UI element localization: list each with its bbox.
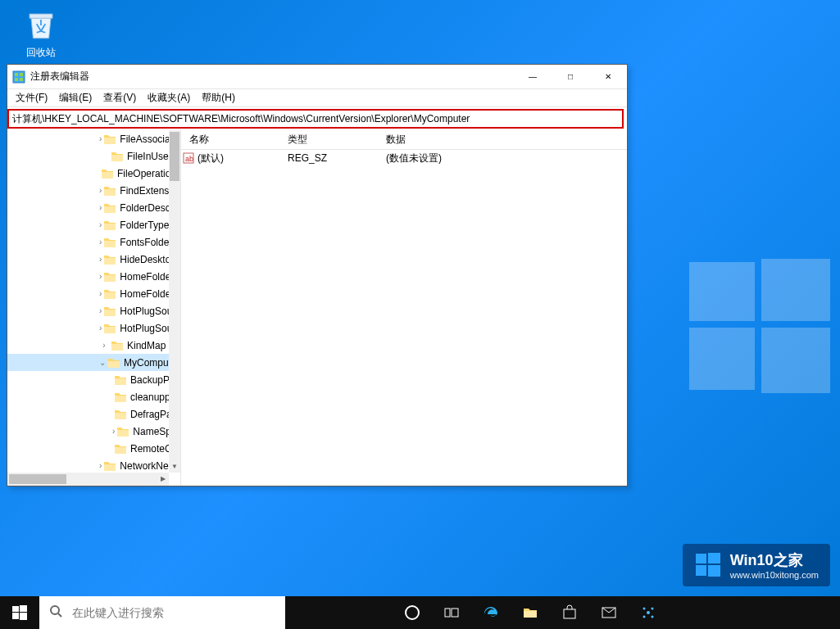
svg-rect-24 [115, 378, 126, 385]
tree-item-label: HotPlugSounds [120, 305, 169, 317]
tree-item-label: FolderTypes [120, 219, 169, 231]
tree-item-label: HomeFolderDesktop [120, 288, 169, 300]
file-explorer-icon[interactable] [511, 596, 550, 629]
store-icon[interactable] [550, 596, 589, 629]
tree-item[interactable]: ›HomeFolder [7, 268, 169, 285]
titlebar[interactable]: 注册表编辑器 — □ ✕ [7, 65, 627, 89]
folder-icon [103, 133, 116, 145]
mail-icon[interactable] [589, 596, 629, 629]
col-name[interactable]: 名称 [181, 133, 279, 147]
folder-icon [103, 305, 116, 317]
tree-item[interactable]: ⌄MyComputer [7, 354, 169, 371]
tree-item[interactable]: ›FontsFolder [7, 233, 169, 251]
settings-tile-icon[interactable] [629, 596, 668, 629]
svg-rect-45 [452, 609, 458, 617]
value-type: REG_SZ [279, 152, 378, 164]
menu-view[interactable]: 查看(V) [98, 89, 141, 106]
menu-file[interactable]: 文件(F) [11, 89, 52, 106]
tree-item[interactable]: ›KindMap [7, 337, 169, 354]
menu-edit[interactable]: 编辑(E) [54, 89, 97, 106]
tree-item[interactable]: FileOperation [7, 165, 169, 182]
tree-horizontal-scrollbar[interactable]: ◀ ▶ [7, 473, 169, 486]
tree-item[interactable]: cleanuppath [7, 388, 169, 405]
address-input[interactable] [9, 111, 622, 127]
tree-twisty-icon[interactable]: › [99, 255, 102, 264]
tree-item[interactable]: FileInUse [7, 147, 169, 165]
folder-icon [103, 460, 116, 472]
tree-item[interactable]: ›HideDesktopIcons [7, 251, 169, 268]
svg-rect-10 [104, 138, 116, 144]
scroll-thumb[interactable] [170, 132, 179, 181]
svg-rect-2 [689, 328, 755, 390]
svg-rect-8 [15, 78, 18, 81]
menu-help[interactable]: 帮助(H) [197, 89, 240, 106]
svg-rect-29 [104, 464, 116, 471]
tree-twisty-icon[interactable]: › [99, 203, 102, 212]
scroll-thumb-h[interactable] [9, 474, 66, 484]
folder-icon [103, 219, 116, 231]
tree-twisty-icon[interactable]: › [112, 427, 115, 436]
watermark-url: www.win10xitong.com [730, 570, 819, 580]
column-headers[interactable]: 名称 类型 数据 [181, 130, 627, 150]
taskbar-search[interactable] [39, 596, 285, 629]
tree-twisty-icon[interactable]: › [99, 289, 102, 298]
tree-twisty-icon[interactable]: › [99, 238, 102, 247]
tree-item[interactable]: ›FolderDescriptions [7, 199, 169, 216]
tree-item-label: BackupPath [130, 374, 169, 386]
start-button[interactable] [0, 596, 39, 629]
svg-rect-15 [104, 224, 116, 230]
address-bar[interactable] [7, 109, 624, 129]
tree-item-label: FontsFolder [120, 237, 169, 248]
tree-twisty-icon[interactable]: › [99, 341, 109, 350]
col-type[interactable]: 类型 [279, 133, 378, 147]
tree-item[interactable]: ›NameSpace [7, 423, 169, 440]
tree-item[interactable]: ›FolderTypes [7, 216, 169, 233]
scroll-right-arrow[interactable]: ▶ [157, 473, 169, 486]
svg-rect-27 [117, 430, 129, 437]
svg-rect-39 [12, 613, 19, 619]
tree-item[interactable]: RemoteComputer [7, 440, 169, 457]
close-button[interactable]: ✕ [589, 65, 627, 89]
minimize-button[interactable]: — [514, 65, 552, 89]
tree-item[interactable]: ›FileAssociation [7, 130, 169, 147]
tree-item[interactable]: ›HomeFolderDesktop [7, 285, 169, 302]
tree-item-label: MyComputer [124, 357, 169, 369]
desktop-icon-recycle-bin[interactable]: 回收站 [16, 8, 66, 60]
value-row[interactable]: ab(默认)REG_SZ(数值未设置) [181, 150, 627, 166]
taskview-icon[interactable] [432, 596, 471, 629]
tree-item[interactable]: ›HotPlugSounds [7, 319, 169, 337]
tree-twisty-icon[interactable]: › [99, 134, 102, 143]
svg-rect-7 [20, 73, 23, 76]
svg-rect-20 [104, 310, 116, 316]
watermark-title: Win10之家 [730, 550, 819, 570]
svg-rect-16 [104, 241, 116, 247]
edge-icon[interactable] [471, 596, 511, 629]
tree-twisty-icon[interactable]: › [99, 220, 102, 229]
tree-item[interactable]: ›NetworkNeighborhood [7, 457, 169, 473]
tree-item[interactable]: DefragPath [7, 405, 169, 423]
search-input[interactable] [72, 596, 285, 629]
tree-vertical-scrollbar[interactable]: ▲ ▼ [169, 130, 180, 473]
tree-twisty-icon[interactable]: › [99, 324, 102, 333]
svg-rect-40 [20, 613, 27, 620]
tree-item[interactable]: BackupPath [7, 371, 169, 388]
svg-rect-25 [115, 396, 126, 402]
tree-twisty-icon[interactable]: › [99, 272, 102, 281]
scroll-down-arrow[interactable]: ▼ [169, 461, 180, 473]
tree-twisty-icon[interactable]: › [99, 306, 102, 315]
tree-item-label: HomeFolder [120, 271, 169, 283]
tree-item[interactable]: ›HotPlugSounds [7, 302, 169, 319]
svg-rect-19 [104, 292, 116, 299]
svg-rect-33 [696, 554, 706, 563]
menu-favorites[interactable]: 收藏夹(A) [143, 89, 195, 106]
cortana-icon[interactable] [393, 596, 432, 629]
folder-icon [114, 391, 127, 403]
col-data[interactable]: 数据 [378, 133, 627, 147]
folder-icon [103, 202, 116, 214]
tree-twisty-icon[interactable]: ⌄ [99, 358, 106, 367]
svg-rect-1 [761, 259, 830, 321]
tree-twisty-icon[interactable]: › [99, 186, 102, 195]
maximize-button[interactable]: □ [552, 65, 589, 89]
tree-twisty-icon[interactable]: › [99, 461, 102, 470]
tree-item[interactable]: ›FindExtensions [7, 182, 169, 199]
